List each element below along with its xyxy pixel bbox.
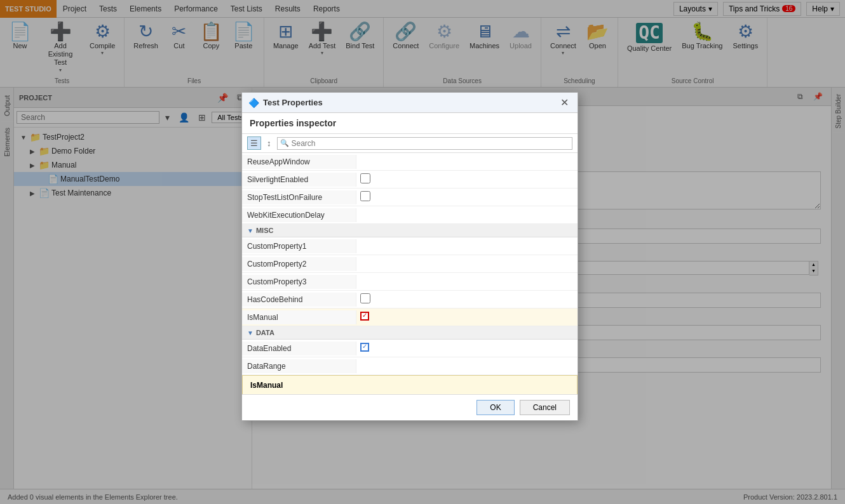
prop-value-reuse-app-window[interactable]: 0 <box>356 155 578 169</box>
modal-overlay: 🔷 Test Properties ✕ Properties inspector… <box>0 0 845 504</box>
prop-row-is-manual: IsManual <box>242 308 578 326</box>
custom1-prop-input[interactable] <box>360 241 574 252</box>
prop-name-webkit-delay: WebKitExecutionDelay <box>242 208 356 222</box>
prop-row-has-code-behind: HasCodeBehind <box>242 291 578 308</box>
prop-value-silverlight-enabled[interactable] <box>356 172 578 187</box>
prop-row-custom2: CustomProperty2 <box>242 255 578 273</box>
stop-test-list-checkbox[interactable] <box>360 191 370 201</box>
prop-value-webkit-delay[interactable]: 0 <box>356 208 578 222</box>
prop-row-webkit-delay: WebKitExecutionDelay 0 <box>242 206 578 224</box>
tooltip-title: IsManual <box>250 381 569 390</box>
prop-name-data-enabled: DataEnabled <box>242 342 356 355</box>
prop-row-data-range: DataRange <box>242 357 578 375</box>
prop-name-data-range: DataRange <box>242 359 356 373</box>
props-table: ReuseAppWindow 0 SilverlightEnabled Stop… <box>242 153 578 394</box>
prop-value-custom3[interactable] <box>356 275 578 289</box>
props-search-input[interactable] <box>289 138 570 149</box>
prop-name-silverlight-enabled: SilverlightEnabled <box>242 173 356 187</box>
section-misc[interactable]: ▼ MISC <box>242 224 578 237</box>
prop-name-custom2: CustomProperty2 <box>242 257 356 271</box>
prop-row-data-enabled: DataEnabled <box>242 340 578 357</box>
prop-name-custom3: CustomProperty3 <box>242 275 356 289</box>
prop-name-stop-test-list: StopTestListOnFailure <box>242 190 356 204</box>
modal-titlebar: 🔷 Test Properties ✕ <box>242 93 578 113</box>
data-arrow: ▼ <box>247 329 254 336</box>
prop-value-is-manual[interactable] <box>356 310 578 324</box>
prop-row-custom3: CustomProperty3 <box>242 273 578 291</box>
modal-close-button[interactable]: ✕ <box>558 96 571 109</box>
prop-value-data-enabled[interactable] <box>356 342 578 355</box>
custom2-prop-input[interactable] <box>360 258 574 270</box>
custom3-prop-input[interactable] <box>360 276 574 288</box>
test-properties-modal: 🔷 Test Properties ✕ Properties inspector… <box>241 92 578 421</box>
prop-name-is-manual: IsManual <box>242 310 356 324</box>
props-sort-button[interactable]: ↕ <box>264 136 274 150</box>
prop-value-stop-test-list[interactable] <box>356 190 578 204</box>
prop-row-silverlight-enabled: SilverlightEnabled <box>242 171 578 189</box>
modal-title-icon: 🔷 <box>248 98 259 108</box>
data-range-input[interactable] <box>360 361 574 372</box>
data-label: DATA <box>256 329 274 336</box>
prop-row-reuse-app-window: ReuseAppWindow 0 <box>242 153 578 171</box>
prop-value-has-code-behind[interactable] <box>356 292 578 307</box>
props-inspector-header: Properties inspector <box>242 113 578 134</box>
prop-value-custom1[interactable] <box>356 239 578 253</box>
prop-row-stop-test-list: StopTestListOnFailure <box>242 189 578 206</box>
data-enabled-checkbox[interactable] <box>360 343 369 352</box>
search-icon: 🔍 <box>280 139 289 147</box>
is-manual-checkbox[interactable] <box>360 312 369 321</box>
prop-name-custom1: CustomProperty1 <box>242 239 356 253</box>
webkit-delay-input[interactable]: 0 <box>360 209 574 221</box>
prop-value-custom2[interactable] <box>356 257 578 271</box>
tooltip-area: IsManual Switch from manual to automated… <box>242 375 578 394</box>
prop-value-data-range[interactable] <box>356 359 578 373</box>
modal-cancel-button[interactable]: Cancel <box>520 400 570 415</box>
props-toolbar: ☰ ↕ 🔍 <box>242 134 578 153</box>
reuse-app-window-input[interactable]: 0 <box>360 156 574 168</box>
modal-footer: OK Cancel <box>242 394 578 420</box>
silverlight-enabled-checkbox[interactable] <box>360 173 370 183</box>
prop-name-reuse-app-window: ReuseAppWindow <box>242 155 356 169</box>
prop-name-has-code-behind: HasCodeBehind <box>242 293 356 307</box>
modal-body: Properties inspector ☰ ↕ 🔍 ReuseAppWindo… <box>242 113 578 394</box>
misc-label: MISC <box>256 227 274 234</box>
has-code-behind-checkbox[interactable] <box>360 293 370 303</box>
prop-row-custom1: CustomProperty1 <box>242 237 578 255</box>
props-list-view-button[interactable]: ☰ <box>247 136 261 150</box>
section-data[interactable]: ▼ DATA <box>242 326 578 340</box>
misc-arrow: ▼ <box>247 227 254 234</box>
modal-title: Test Properties <box>263 98 554 107</box>
modal-ok-button[interactable]: OK <box>477 400 514 415</box>
